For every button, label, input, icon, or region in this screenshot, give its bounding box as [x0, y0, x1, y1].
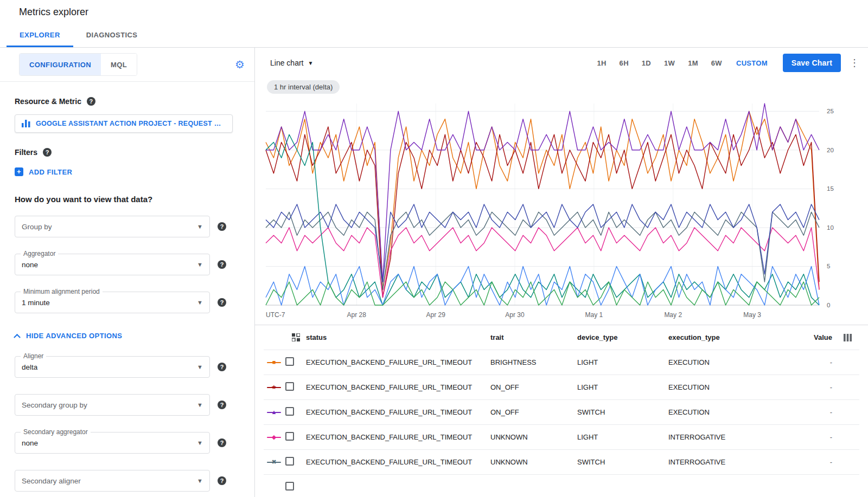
series-marker-icon: ▲ [267, 409, 281, 416]
help-icon[interactable]: ? [218, 298, 226, 307]
row-checkbox[interactable] [285, 482, 294, 490]
config-mql-toggle: CONFIGURATION MQL [19, 53, 137, 76]
table-row[interactable]: ★ EXECUTION_BACKEND_FAILURE_URL_TIMEOUT … [264, 375, 859, 400]
row-checkbox[interactable] [285, 432, 294, 441]
interval-chip[interactable]: 1 hr interval (delta) [267, 80, 340, 94]
help-icon[interactable]: ? [218, 476, 226, 485]
execution-type-cell: EXECUTION [668, 358, 804, 366]
secondary-aggregator-dropdown[interactable]: Secondary aggregator none ▼ [15, 432, 210, 454]
view-data-question: How do you want to view that data? [15, 195, 254, 204]
execution-type-header[interactable]: execution_type [668, 333, 804, 341]
table-row[interactable]: ◆ EXECUTION_BACKEND_FAILURE_URL_TIMEOUT … [264, 425, 859, 450]
chevron-down-icon: ▼ [197, 402, 203, 408]
aggregator-dropdown[interactable]: Aggregator none ▼ [15, 254, 210, 275]
aligner-dropdown[interactable]: Aligner delta ▼ [15, 356, 210, 378]
min-alignment-period-dropdown[interactable]: Minimum alignment period 1 minute ▼ [15, 292, 210, 313]
trait-cell: UNKNOWN [490, 433, 577, 441]
status-cell: EXECUTION_BACKEND_FAILURE_URL_TIMEOUT [306, 458, 490, 466]
plus-icon: + [15, 167, 23, 176]
time-range-button[interactable]: 6H [613, 55, 635, 72]
column-display-options-icon[interactable] [835, 334, 859, 341]
configuration-sidebar: CONFIGURATION MQL ⚙ Resource & Metric ? … [0, 48, 255, 497]
value-cell: - [804, 458, 835, 466]
device-type-header[interactable]: device_type [577, 333, 668, 341]
legend-toggle-icon[interactable] [285, 333, 306, 341]
device-type-cell: LIGHT [577, 383, 668, 391]
table-row[interactable] [264, 475, 859, 497]
svg-text:May 2: May 2 [664, 311, 682, 319]
add-filter-label: ADD FILTER [29, 168, 72, 176]
kebab-menu-icon[interactable]: ⋮ [850, 57, 859, 69]
trait-cell: ON_OFF [490, 408, 577, 416]
status-cell: EXECUTION_BACKEND_FAILURE_URL_TIMEOUT [306, 408, 490, 416]
svg-text:May 1: May 1 [585, 311, 603, 319]
table-row[interactable]: ■ EXECUTION_BACKEND_FAILURE_URL_TIMEOUT … [264, 350, 859, 375]
field-value: delta [22, 363, 197, 371]
help-icon[interactable]: ? [218, 401, 226, 409]
chart-area: 0510152025UTC-7Apr 28Apr 29Apr 30May 1Ma… [264, 97, 859, 322]
help-icon[interactable]: ? [43, 148, 52, 157]
table-row[interactable]: ✖ EXECUTION_BACKEND_FAILURE_URL_TIMEOUT … [264, 450, 859, 475]
chevron-down-icon: ▼ [197, 477, 203, 484]
field-value: none [22, 261, 197, 269]
metric-selector-label: GOOGLE ASSISTANT ACTION PROJECT - REQUES… [36, 120, 226, 127]
help-icon[interactable]: ? [218, 222, 226, 231]
add-filter-button[interactable]: + ADD FILTER [15, 167, 72, 176]
custom-range-button[interactable]: CUSTOM [729, 55, 775, 72]
trait-header[interactable]: trait [490, 333, 577, 341]
save-chart-button[interactable]: Save Chart [783, 54, 841, 72]
time-range-group: 1H6H1D1W1M6W [590, 55, 729, 72]
row-checkbox[interactable] [285, 382, 294, 391]
time-range-button[interactable]: 1W [658, 55, 681, 72]
legend-table: status trait device_type execution_type … [264, 325, 859, 497]
status-header[interactable]: status [306, 333, 490, 341]
status-cell: EXECUTION_BACKEND_FAILURE_URL_TIMEOUT [306, 433, 490, 441]
svg-text:10: 10 [827, 224, 834, 231]
status-cell: EXECUTION_BACKEND_FAILURE_URL_TIMEOUT [306, 358, 490, 366]
group-by-dropdown[interactable]: Group by ▼ [15, 216, 210, 237]
time-range-button[interactable]: 1H [590, 55, 612, 72]
help-icon[interactable]: ? [218, 438, 226, 447]
device-type-cell: LIGHT [577, 358, 668, 366]
field-label: Minimum alignment period [21, 288, 103, 295]
svg-text:20: 20 [827, 147, 834, 153]
execution-type-cell: INTERROGATIVE [668, 458, 804, 466]
gear-icon[interactable]: ⚙ [235, 58, 245, 71]
svg-text:Apr 29: Apr 29 [426, 311, 445, 319]
mql-tab[interactable]: MQL [101, 54, 137, 75]
bar-chart-icon [22, 120, 30, 127]
row-checkbox[interactable] [285, 357, 294, 366]
table-row[interactable]: ▲ EXECUTION_BACKEND_FAILURE_URL_TIMEOUT … [264, 400, 859, 425]
metric-selector-button[interactable]: GOOGLE ASSISTANT ACTION PROJECT - REQUES… [15, 114, 233, 133]
status-cell: EXECUTION_BACKEND_FAILURE_URL_TIMEOUT [306, 383, 490, 391]
help-icon[interactable]: ? [218, 363, 226, 371]
configuration-tab[interactable]: CONFIGURATION [20, 54, 101, 75]
value-header[interactable]: Value [804, 333, 835, 341]
device-type-cell: SWITCH [577, 458, 668, 466]
help-icon[interactable]: ? [87, 97, 95, 106]
svg-text:25: 25 [827, 108, 834, 114]
time-range-button[interactable]: 6W [705, 55, 729, 72]
time-range-button[interactable]: 1M [681, 55, 705, 72]
resource-metric-label: Resource & Metric [15, 97, 81, 106]
row-checkbox[interactable] [285, 457, 294, 466]
line-chart[interactable]: 0510152025UTC-7Apr 28Apr 29Apr 30May 1Ma… [265, 97, 853, 322]
secondary-aligner-dropdown[interactable]: Secondary aligner ▼ [15, 470, 210, 492]
hide-advanced-label: HIDE ADVANCED OPTIONS [26, 332, 122, 340]
tab-explorer[interactable]: EXPLORER [7, 24, 73, 47]
series-marker-icon: ◆ [267, 434, 281, 441]
chevron-down-icon: ▼ [308, 60, 313, 66]
chart-type-dropdown[interactable]: Line chart ▼ [270, 59, 313, 67]
value-cell: - [804, 408, 835, 416]
help-icon[interactable]: ? [218, 260, 226, 269]
tab-diagnostics[interactable]: DIAGNOSTICS [73, 24, 151, 47]
svg-text:0: 0 [827, 302, 830, 308]
svg-text:May 3: May 3 [743, 311, 761, 319]
main-area: CONFIGURATION MQL ⚙ Resource & Metric ? … [0, 48, 868, 497]
time-range-button[interactable]: 1D [635, 55, 658, 72]
series-marker-icon: ★ [267, 384, 281, 391]
hide-advanced-options-button[interactable]: HIDE ADVANCED OPTIONS [15, 332, 254, 340]
secondary-group-by-dropdown[interactable]: Secondary group by ▼ [15, 394, 210, 416]
row-checkbox[interactable] [285, 407, 294, 416]
trait-cell: ON_OFF [490, 383, 577, 391]
